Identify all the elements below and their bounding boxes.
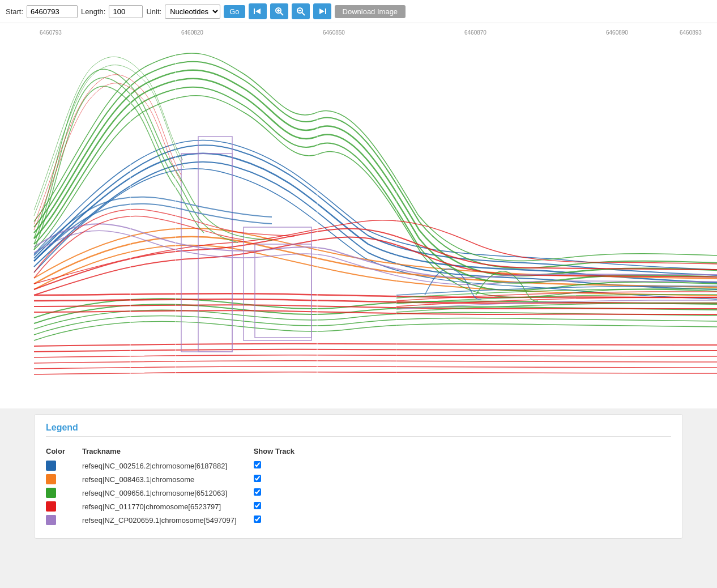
- track-checkbox-cell[interactable]: [254, 459, 311, 472]
- track-checkbox[interactable]: [254, 461, 261, 468]
- track-name-cell: refseq|NC_002516.2|chromosome[6187882]: [82, 459, 254, 472]
- track-name-cell: refseq|NC_009656.1|chromosome[6512063]: [82, 486, 254, 500]
- svg-text:6460820: 6460820: [181, 29, 203, 36]
- length-input[interactable]: [109, 5, 143, 18]
- track-color-cell: [46, 472, 82, 486]
- track-checkbox-cell[interactable]: [254, 500, 311, 513]
- svg-marker-1: [255, 8, 261, 14]
- track-color-box: [46, 461, 56, 471]
- trackname-header: Trackname: [82, 445, 254, 459]
- color-header: Color: [46, 445, 82, 459]
- zoom-in-button[interactable]: [270, 3, 288, 19]
- legend-row: refseq|NZ_CP020659.1|chromosome[5497097]: [46, 513, 311, 527]
- svg-text:6460890: 6460890: [606, 29, 628, 36]
- visualization-area: 6460793 6460820 6460850 6460870 6460890 …: [0, 23, 717, 408]
- track-name-cell: refseq|NZ_CP020659.1|chromosome[5497097]: [82, 513, 254, 527]
- track-checkbox[interactable]: [254, 515, 261, 523]
- toolbar: Start: Length: Unit: Nucleotides Kilobas…: [0, 0, 717, 23]
- track-name-cell: refseq|NC_011770|chromosome[6523797]: [82, 500, 254, 513]
- show-track-header: Show Track: [254, 445, 311, 459]
- svg-marker-10: [319, 8, 325, 14]
- genome-viz-svg: 6460793 6460820 6460850 6460870 6460890 …: [0, 23, 717, 408]
- start-label: Start:: [6, 7, 23, 16]
- track-name-cell: refseq|NC_008463.1|chromosome: [82, 472, 254, 486]
- track-color-box: [46, 501, 56, 512]
- track-color-box: [46, 515, 56, 525]
- svg-text:6460850: 6460850: [323, 29, 345, 36]
- svg-text:6460893: 6460893: [680, 29, 702, 36]
- track-color-cell: [46, 486, 82, 500]
- track-color-cell: [46, 500, 82, 513]
- track-checkbox-cell[interactable]: [254, 472, 311, 486]
- legend-row: refseq|NC_011770|chromosome[6523797]: [46, 500, 311, 513]
- last-button[interactable]: [313, 3, 331, 19]
- legend-row: refseq|NC_009656.1|chromosome[6512063]: [46, 486, 311, 500]
- unit-select[interactable]: Nucleotides Kilobases Megabases: [165, 5, 220, 19]
- legend-row: refseq|NC_008463.1|chromosome: [46, 472, 311, 486]
- legend-row: refseq|NC_002516.2|chromosome[6187882]: [46, 459, 311, 472]
- zoom-out-button[interactable]: [292, 3, 310, 19]
- track-checkbox-cell[interactable]: [254, 513, 311, 527]
- go-button[interactable]: Go: [224, 5, 245, 18]
- track-color-cell: [46, 459, 82, 472]
- svg-text:6460870: 6460870: [464, 29, 486, 36]
- start-input[interactable]: [27, 5, 78, 18]
- svg-rect-9: [325, 8, 326, 14]
- svg-text:6460793: 6460793: [40, 29, 62, 36]
- track-checkbox-cell[interactable]: [254, 486, 311, 500]
- download-image-button[interactable]: Download Image: [335, 5, 406, 18]
- track-checkbox[interactable]: [254, 502, 261, 509]
- svg-rect-0: [254, 8, 255, 14]
- svg-line-3: [280, 12, 283, 15]
- track-color-box: [46, 474, 56, 484]
- first-button[interactable]: [249, 3, 267, 19]
- track-color-box: [46, 488, 56, 498]
- unit-label: Unit:: [146, 7, 161, 16]
- track-checkbox[interactable]: [254, 488, 261, 496]
- legend-table: Color Trackname Show Track refseq|NC_002…: [46, 445, 311, 527]
- legend-title: Legend: [46, 423, 671, 437]
- legend-section: Legend Color Trackname Show Track refseq…: [34, 414, 683, 539]
- length-label: Length:: [81, 7, 105, 16]
- track-color-cell: [46, 513, 82, 527]
- track-checkbox[interactable]: [254, 475, 261, 482]
- svg-line-7: [302, 12, 305, 15]
